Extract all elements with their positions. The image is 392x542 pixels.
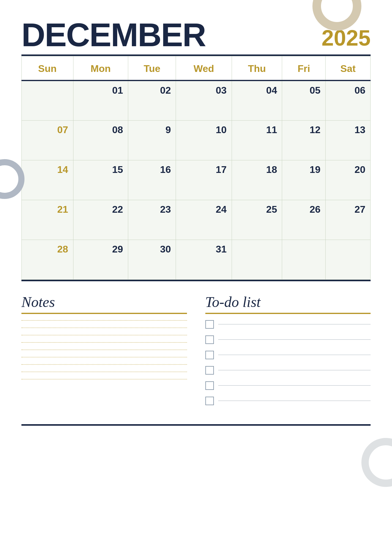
calendar-cell-empty-4 — [326, 240, 371, 279]
deco-circle-left — [0, 159, 24, 199]
notes-line-6 — [21, 357, 187, 357]
todo-underline — [205, 313, 371, 314]
calendar-cell-06: 06 — [326, 80, 371, 120]
calendar-cell-17: 17 — [176, 160, 232, 200]
todo-line-4 — [218, 370, 371, 370]
notes-line-4 — [21, 342, 187, 343]
year-title: 2025 — [322, 27, 371, 51]
todo-item-5 — [205, 381, 371, 390]
calendar-cell-02: 02 — [128, 80, 176, 120]
calendar-cell-28: 28 — [22, 240, 73, 279]
calendar-cell-30: 30 — [128, 240, 176, 279]
todo-checkbox-6[interactable] — [205, 397, 214, 405]
todo-checkbox-1[interactable] — [205, 320, 214, 329]
calendar-cell-24: 24 — [176, 200, 232, 240]
calendar-cell-27: 27 — [326, 200, 371, 240]
col-sun: Sun — [22, 56, 73, 81]
calendar-week-4: 21 22 23 24 25 26 27 — [22, 200, 371, 240]
calendar-cell-16: 16 — [128, 160, 176, 200]
col-thu: Thu — [232, 56, 282, 81]
calendar-cell-12: 12 — [282, 120, 326, 160]
notes-title: Notes — [21, 293, 187, 310]
header: DECEMBER 2025 — [21, 18, 371, 51]
todo-line-2 — [218, 339, 371, 340]
notes-line-9 — [21, 379, 187, 379]
calendar-cell-23: 23 — [128, 200, 176, 240]
calendar-week-1: 01 02 03 04 05 06 — [22, 80, 371, 120]
calendar-cell-26: 26 — [282, 200, 326, 240]
col-sat: Sat — [326, 56, 371, 81]
calendar-body: 01 02 03 04 05 06 07 08 9 10 11 12 13 14… — [22, 80, 371, 279]
todo-line-5 — [218, 385, 371, 386]
final-divider — [21, 424, 371, 426]
bottom-divider — [21, 280, 371, 281]
calendar-cell-07: 07 — [22, 120, 73, 160]
todo-checkbox-4[interactable] — [205, 366, 214, 375]
todo-line-1 — [218, 324, 371, 324]
calendar-cell-01: 01 — [73, 80, 128, 120]
col-fri: Fri — [282, 56, 326, 81]
todo-line-3 — [218, 355, 371, 355]
calendar-week-5: 28 29 30 31 — [22, 240, 371, 279]
todo-item-1 — [205, 320, 371, 329]
notes-line-3 — [21, 335, 187, 335]
bottom-section: Notes To-do list — [21, 293, 371, 412]
todo-title: To-do list — [205, 293, 371, 310]
notes-line-1 — [21, 320, 187, 321]
calendar-cell-empty-3 — [282, 240, 326, 279]
todo-item-6 — [205, 397, 371, 405]
notes-line-2 — [21, 327, 187, 328]
calendar-header-row: Sun Mon Tue Wed Thu Fri Sat — [22, 56, 371, 81]
calendar-cell-18: 18 — [232, 160, 282, 200]
page: DECEMBER 2025 Sun Mon Tue Wed Thu Fri Sa… — [0, 0, 392, 542]
calendar-cell-19: 19 — [282, 160, 326, 200]
calendar-cell-11: 11 — [232, 120, 282, 160]
todo-section: To-do list — [205, 293, 371, 412]
calendar-cell-04: 04 — [232, 80, 282, 120]
calendar-cell-20: 20 — [326, 160, 371, 200]
calendar-cell-22: 22 — [73, 200, 128, 240]
notes-line-7 — [21, 364, 187, 365]
calendar-cell-09: 9 — [128, 120, 176, 160]
todo-item-2 — [205, 335, 371, 344]
calendar-cell-15: 15 — [73, 160, 128, 200]
col-mon: Mon — [73, 56, 128, 81]
calendar-cell-31: 31 — [176, 240, 232, 279]
calendar-week-2: 07 08 9 10 11 12 13 — [22, 120, 371, 160]
todo-checkbox-2[interactable] — [205, 335, 214, 344]
notes-line-8 — [21, 372, 187, 372]
deco-circle-bottom-right — [361, 438, 392, 487]
todo-checkbox-3[interactable] — [205, 351, 214, 359]
calendar-cell-10: 10 — [176, 120, 232, 160]
calendar-cell-21: 21 — [22, 200, 73, 240]
calendar-cell-29: 29 — [73, 240, 128, 279]
todo-checkbox-5[interactable] — [205, 381, 214, 390]
calendar-cell-25: 25 — [232, 200, 282, 240]
col-tue: Tue — [128, 56, 176, 81]
calendar-week-3: 14 15 16 17 18 19 20 — [22, 160, 371, 200]
calendar-cell-13: 13 — [326, 120, 371, 160]
month-title: DECEMBER — [21, 18, 206, 51]
notes-underline — [21, 313, 187, 314]
calendar-cell-empty-2 — [232, 240, 282, 279]
notes-line-5 — [21, 349, 187, 350]
calendar-cell-08: 08 — [73, 120, 128, 160]
todo-item-4 — [205, 366, 371, 375]
todo-item-3 — [205, 351, 371, 359]
notes-section: Notes — [21, 293, 187, 412]
calendar-cell-03: 03 — [176, 80, 232, 120]
calendar-cell-05: 05 — [282, 80, 326, 120]
todo-line-6 — [218, 401, 371, 401]
calendar-cell-14: 14 — [22, 160, 73, 200]
calendar-cell-empty — [22, 80, 73, 120]
col-wed: Wed — [176, 56, 232, 81]
calendar-table: Sun Mon Tue Wed Thu Fri Sat 01 02 03 04 … — [21, 56, 371, 280]
